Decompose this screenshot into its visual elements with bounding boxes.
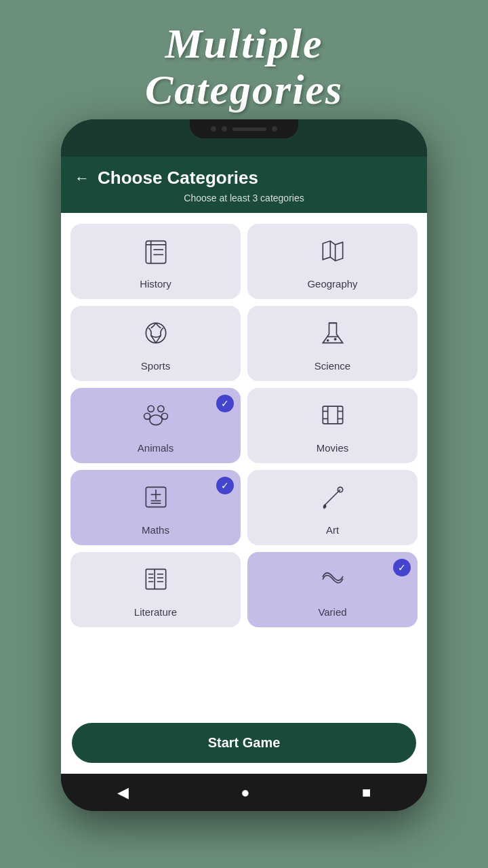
svg-point-15 [161, 414, 167, 420]
phone-nav-bar: ◀ ● ■ [61, 774, 427, 811]
svg-line-29 [325, 490, 340, 505]
header-subtitle: Choose at least 3 categories [75, 193, 413, 203]
svg-point-7 [146, 323, 165, 343]
app-header: ← Choose Categories Choose at least 3 ca… [61, 157, 427, 213]
svg-point-13 [157, 406, 163, 412]
category-card-animals[interactable]: ✓ Animals [70, 388, 241, 463]
start-game-button[interactable]: Start Game [72, 723, 416, 763]
animals-check: ✓ [216, 395, 234, 412]
history-label: History [140, 278, 171, 290]
literature-icon [141, 564, 171, 601]
geography-icon [318, 236, 348, 273]
nav-square-icon[interactable]: ■ [362, 784, 371, 802]
phone-notch-area [61, 119, 427, 157]
back-button[interactable]: ← [75, 170, 89, 187]
art-icon [318, 482, 348, 519]
category-card-movies[interactable]: Movies [247, 388, 418, 463]
category-card-science[interactable]: Science [247, 306, 418, 381]
categories-grid: History Geography [70, 224, 418, 627]
maths-label: Maths [142, 524, 169, 536]
category-card-history[interactable]: History [70, 224, 241, 299]
svg-rect-17 [323, 407, 342, 425]
animals-label: Animals [138, 442, 174, 454]
category-card-varied[interactable]: ✓ Varied [247, 552, 418, 627]
science-icon [318, 318, 348, 355]
svg-point-16 [149, 415, 161, 425]
categories-container: History Geography [61, 213, 427, 715]
category-card-art[interactable]: Art [247, 470, 418, 545]
animals-icon [141, 400, 171, 437]
category-card-sports[interactable]: Sports [70, 306, 241, 381]
art-label: Art [326, 524, 339, 536]
maths-check: ✓ [216, 477, 234, 494]
header-title: Choose Categories [98, 167, 258, 189]
svg-point-14 [144, 414, 150, 420]
svg-point-11 [333, 338, 336, 341]
svg-rect-31 [146, 570, 165, 589]
category-card-literature[interactable]: Literature [70, 552, 241, 627]
movies-icon [318, 400, 348, 437]
sports-icon [141, 318, 171, 355]
category-card-geography[interactable]: Geography [247, 224, 418, 299]
start-button-area: Start Game [61, 715, 427, 774]
page-title: Multiple Categories [145, 20, 343, 113]
literature-label: Literature [134, 606, 177, 618]
svg-point-12 [148, 406, 154, 412]
nav-back-icon[interactable]: ◀ [117, 784, 129, 802]
sports-label: Sports [141, 360, 170, 372]
geography-label: Geography [307, 278, 357, 290]
phone-screen: ← Choose Categories Choose at least 3 ca… [61, 157, 427, 774]
science-label: Science [314, 360, 350, 372]
svg-point-10 [326, 340, 329, 342]
phone-wrapper: ← Choose Categories Choose at least 3 ca… [61, 119, 427, 811]
history-icon [141, 236, 171, 273]
varied-label: Varied [318, 606, 346, 618]
maths-icon [141, 482, 171, 519]
category-card-maths[interactable]: ✓ Maths [70, 470, 241, 545]
nav-home-icon[interactable]: ● [241, 784, 249, 802]
varied-check: ✓ [393, 559, 411, 576]
movies-label: Movies [317, 442, 349, 454]
varied-icon [318, 564, 348, 601]
